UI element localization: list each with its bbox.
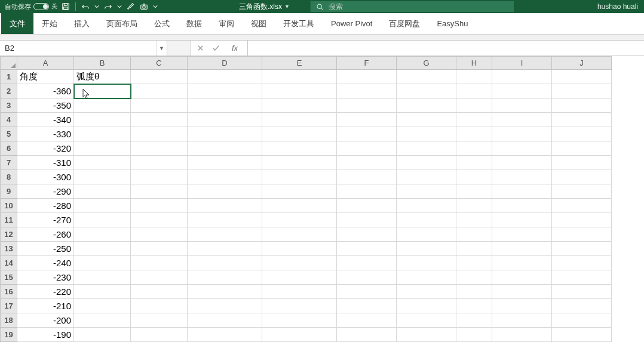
cell-G13[interactable] <box>397 242 456 256</box>
cell-B9[interactable] <box>74 184 131 199</box>
row-header-12[interactable]: 12 <box>1 227 17 242</box>
cell-G2[interactable] <box>397 84 456 98</box>
row-header-3[interactable]: 3 <box>1 98 17 113</box>
cell-F2[interactable] <box>337 84 397 98</box>
brush-icon[interactable] <box>126 2 136 11</box>
cell-E2[interactable] <box>262 84 337 98</box>
cell-F18[interactable] <box>337 313 397 328</box>
cell-C14[interactable] <box>131 256 188 270</box>
cell-I12[interactable] <box>492 227 552 242</box>
cell-I15[interactable] <box>492 270 552 285</box>
cell-J10[interactable] <box>552 199 612 213</box>
cell-F6[interactable] <box>337 141 397 156</box>
cell-B8[interactable] <box>74 170 131 184</box>
cell-F8[interactable] <box>337 170 397 184</box>
cell-E17[interactable] <box>262 299 337 313</box>
tab-开始[interactable]: 开始 <box>33 13 66 34</box>
cell-F3[interactable] <box>337 98 397 113</box>
cell-G3[interactable] <box>397 98 456 113</box>
cell-C15[interactable] <box>131 270 188 285</box>
name-box-dropdown-icon[interactable]: ▼ <box>156 41 167 56</box>
cell-B7[interactable] <box>74 156 131 170</box>
cell-H18[interactable] <box>456 313 492 328</box>
cell-F17[interactable] <box>337 299 397 313</box>
tab-数据[interactable]: 数据 <box>178 13 210 34</box>
cell-F14[interactable] <box>337 256 397 270</box>
cell-J9[interactable] <box>552 184 612 199</box>
row-header-5[interactable]: 5 <box>1 127 17 141</box>
cell-H6[interactable] <box>456 141 492 156</box>
tab-审阅[interactable]: 审阅 <box>210 13 243 34</box>
cell-A4[interactable]: -340 <box>17 113 74 127</box>
column-header-G[interactable]: G <box>397 57 456 70</box>
column-header-D[interactable]: D <box>188 57 262 70</box>
cell-D4[interactable] <box>188 113 262 127</box>
cell-F19[interactable] <box>337 328 397 342</box>
cell-A19[interactable]: -190 <box>17 328 74 342</box>
cell-E9[interactable] <box>262 184 337 199</box>
cell-G4[interactable] <box>397 113 456 127</box>
row-header-15[interactable]: 15 <box>1 270 17 285</box>
cell-F1[interactable] <box>337 70 397 84</box>
cell-G18[interactable] <box>397 313 456 328</box>
cell-D7[interactable] <box>188 156 262 170</box>
cell-H15[interactable] <box>456 270 492 285</box>
cell-B10[interactable] <box>74 199 131 213</box>
cell-B2[interactable] <box>74 84 131 98</box>
cell-D13[interactable] <box>188 242 262 256</box>
name-box[interactable]: B2 ▼ <box>0 41 167 56</box>
cell-J18[interactable] <box>552 313 612 328</box>
cell-F4[interactable] <box>337 113 397 127</box>
cell-A5[interactable]: -330 <box>17 127 74 141</box>
cell-A15[interactable]: -230 <box>17 270 74 285</box>
row-header-8[interactable]: 8 <box>1 170 17 184</box>
cell-F13[interactable] <box>337 242 397 256</box>
cell-E19[interactable] <box>262 328 337 342</box>
cell-I10[interactable] <box>492 199 552 213</box>
cell-G6[interactable] <box>397 141 456 156</box>
chevron-down-icon[interactable] <box>94 2 100 11</box>
cell-C10[interactable] <box>131 199 188 213</box>
cell-I2[interactable] <box>492 84 552 98</box>
cell-E14[interactable] <box>262 256 337 270</box>
cell-E11[interactable] <box>262 213 337 227</box>
cell-G7[interactable] <box>397 156 456 170</box>
cell-C17[interactable] <box>131 299 188 313</box>
cell-I11[interactable] <box>492 213 552 227</box>
cell-I17[interactable] <box>492 299 552 313</box>
cell-F5[interactable] <box>337 127 397 141</box>
cell-D12[interactable] <box>188 227 262 242</box>
cell-C8[interactable] <box>131 170 188 184</box>
cell-E10[interactable] <box>262 199 337 213</box>
cell-A17[interactable]: -210 <box>17 299 74 313</box>
cell-A10[interactable]: -280 <box>17 199 74 213</box>
camera-icon[interactable] <box>139 2 149 11</box>
cell-G11[interactable] <box>397 213 456 227</box>
cell-J12[interactable] <box>552 227 612 242</box>
cell-C18[interactable] <box>131 313 188 328</box>
cell-B14[interactable] <box>74 256 131 270</box>
cell-E13[interactable] <box>262 242 337 256</box>
cell-A2[interactable]: -360 <box>17 84 74 98</box>
cell-C2[interactable] <box>131 84 188 98</box>
redo-icon[interactable] <box>103 2 113 11</box>
cell-H8[interactable] <box>456 170 492 184</box>
cell-I13[interactable] <box>492 242 552 256</box>
cell-E3[interactable] <box>262 98 337 113</box>
cell-A8[interactable]: -300 <box>17 170 74 184</box>
cell-E4[interactable] <box>262 113 337 127</box>
cell-D18[interactable] <box>188 313 262 328</box>
cell-B4[interactable] <box>74 113 131 127</box>
chevron-down-icon[interactable] <box>152 2 158 11</box>
cell-A12[interactable]: -260 <box>17 227 74 242</box>
cell-C6[interactable] <box>131 141 188 156</box>
cell-D6[interactable] <box>188 141 262 156</box>
cell-B1[interactable]: 弧度θ <box>74 70 131 84</box>
cell-J14[interactable] <box>552 256 612 270</box>
cell-G8[interactable] <box>397 170 456 184</box>
cell-B15[interactable] <box>74 270 131 285</box>
cell-C7[interactable] <box>131 156 188 170</box>
tab-视图[interactable]: 视图 <box>243 13 275 34</box>
cell-H14[interactable] <box>456 256 492 270</box>
row-header-19[interactable]: 19 <box>1 328 17 342</box>
